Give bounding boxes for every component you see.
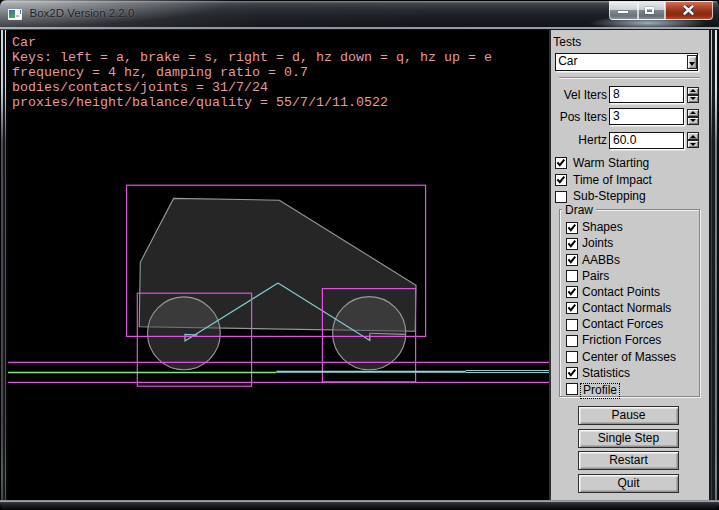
svg-text:proxies/height/balance/quality: proxies/height/balance/quality = 55/7/1/…	[12, 95, 388, 110]
svg-text:bodies/contacts/joints = 31/7/: bodies/contacts/joints = 31/7/24	[12, 80, 268, 95]
svg-text:Keys: left = a, brake = s, rig: Keys: left = a, brake = s, right = d, hz…	[12, 50, 492, 65]
svg-text:Car: Car	[12, 35, 36, 50]
svg-text:frequency = 4 hz, damping rati: frequency = 4 hz, damping ratio = 0.7	[12, 65, 308, 80]
